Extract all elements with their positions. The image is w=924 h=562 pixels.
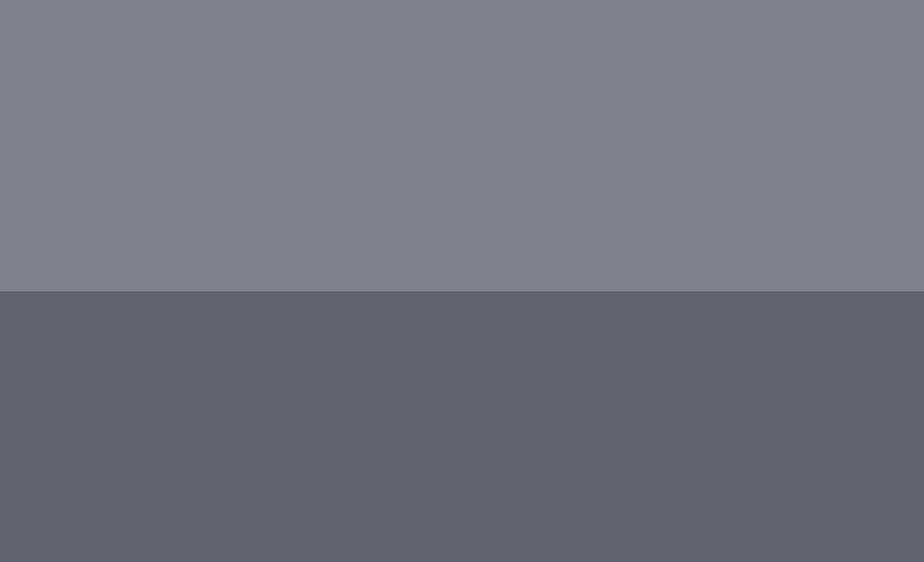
ableton-live-window	[0, 0, 924, 291]
